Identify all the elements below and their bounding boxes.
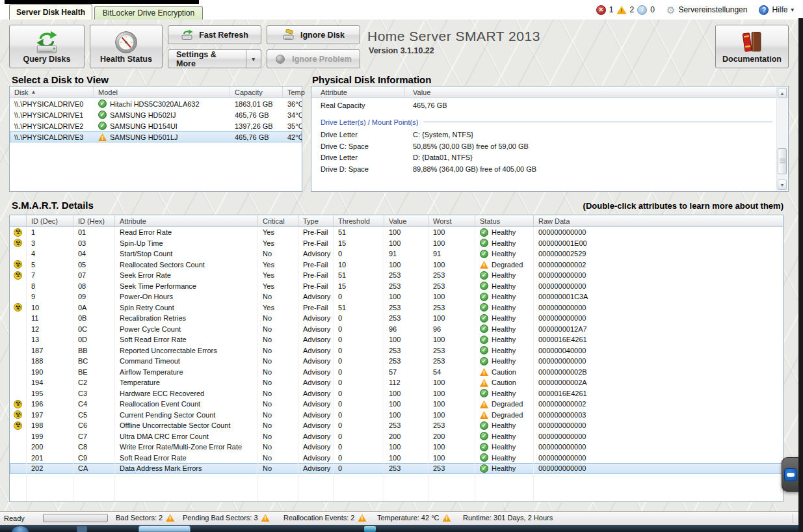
column-header-capacity[interactable]: Capacity (230, 86, 283, 98)
disk-row[interactable]: \\.\PHYSICALDRIVE3 SAMSUNG HD501LJ 465,7… (10, 131, 302, 142)
smart-attribute-row[interactable]: 8 08 Seek Time Performance Yes Pre-Fail … (10, 281, 783, 292)
disk-health-icon (98, 111, 107, 119)
column-header-id-dec[interactable]: ID (Dec) (27, 215, 73, 226)
error-status-icon[interactable] (596, 5, 606, 15)
app-window: 1 2 0 Servereinstellungen Hilfe Server D… (0, 0, 803, 532)
smart-value: 100 (389, 411, 401, 419)
info-status-icon[interactable] (637, 5, 647, 15)
smart-attribute-row[interactable]: 11 0B Recalibration Retries No Advisory … (10, 313, 783, 324)
teamviewer-sidebar-tab[interactable] (782, 457, 799, 492)
taskbar-app-icon[interactable] (364, 526, 376, 532)
info-value: 89,88% (364,00 GB) free of 405,00 GB (405, 165, 536, 173)
column-header-id-hex[interactable]: ID (Hex) (73, 215, 115, 226)
settings-more-button[interactable]: Settings & More (168, 49, 261, 68)
smart-value: 100 (389, 390, 401, 397)
smart-attribute-row[interactable]: 188 BC Command Timeout No Advisory 0 253… (10, 356, 783, 367)
smart-attribute-row[interactable]: 9 09 Power-On Hours No Advisory 0 100 10… (10, 291, 783, 302)
status-bar: Ready Bad Sectors: 2 Pending Bad Sectors… (0, 511, 803, 525)
smart-attribute-row[interactable]: 200 C8 Write Error Rate/Multi-Zone Error… (10, 442, 783, 453)
smart-attribute-row[interactable]: 202 CA Data Address Mark Errors No Advis… (10, 463, 783, 474)
column-header-value[interactable]: Value (405, 86, 788, 98)
column-header-value[interactable]: Value (384, 215, 428, 226)
taskbar-active-button[interactable] (138, 525, 191, 532)
column-header-attribute[interactable]: Attribute (115, 215, 258, 226)
column-header-status[interactable]: Status (475, 215, 534, 226)
smart-id-hex: BB (78, 347, 88, 354)
disk-row[interactable]: \\.\PHYSICALDRIVE0 Hitachi HDS5C3020ALA6… (10, 98, 302, 109)
smart-type: Pre-Fail (303, 271, 328, 279)
smart-attribute-row[interactable]: 190 BE Airflow Temperature No Advisory 0… (10, 367, 783, 378)
help-dropdown-caret[interactable] (791, 7, 794, 13)
physical-disk-info-panel: Attribute Value Real Capacity 465,76 GB … (311, 86, 789, 192)
smart-attribute-row[interactable]: 195 C3 Hardware ECC Recovered No Advisor… (10, 388, 783, 399)
disk-row[interactable]: \\.\PHYSICALDRIVE1 SAMSUNG HD502IJ 465,7… (10, 109, 302, 120)
fast-refresh-button[interactable]: Fast Refresh (168, 25, 261, 44)
column-header-type[interactable]: Type (298, 215, 334, 226)
smart-attribute-row[interactable]: 12 0C Power Cycle Count No Advisory 0 96… (10, 324, 783, 335)
smart-type: Advisory (303, 454, 330, 462)
taskbar-pinned-icon[interactable] (77, 526, 87, 532)
smart-attribute-row[interactable]: 13 0D Soft Read Error Rate No Advisory 0… (10, 334, 783, 345)
scroll-up-arrow-icon[interactable] (778, 88, 787, 98)
smart-status-text: Degraded (492, 261, 523, 269)
scrollbar-track[interactable] (777, 99, 787, 179)
smart-threshold: 0 (338, 347, 342, 354)
scrollbar-thumb[interactable] (778, 148, 787, 174)
smart-id-dec: 13 (31, 336, 39, 343)
smart-critical: No (263, 421, 272, 429)
smart-attribute-row[interactable]: 197 C5 Current Pending Sector Count No A… (10, 410, 783, 421)
column-header-disk[interactable]: Disk (10, 86, 94, 98)
smart-attribute-row[interactable]: 1 01 Read Error Rate Yes Pre-Fail 51 100… (10, 227, 783, 238)
smart-attribute-row[interactable]: 198 C6 Offline Uncorrectable Sector Coun… (10, 420, 783, 431)
smart-threshold: 0 (338, 336, 342, 343)
settings-more-dropdown[interactable] (246, 50, 261, 68)
disk-temperature: 36°C (287, 100, 302, 108)
column-header-attribute[interactable]: Attribute (311, 86, 405, 98)
smart-attribute-row[interactable]: 194 C2 Temperature No Advisory 0 112 100… (10, 377, 783, 388)
smart-attribute-row[interactable]: 201 C9 Soft Read Error Rate No Advisory … (10, 453, 783, 464)
scroll-down-arrow-icon[interactable] (778, 180, 787, 190)
warning-status-icon[interactable] (617, 6, 627, 14)
smart-status-icon (480, 400, 488, 408)
start-orb-icon[interactable] (12, 526, 29, 532)
documentation-button[interactable]: Documentation (715, 25, 789, 68)
column-header-temp[interactable]: Temp (283, 86, 305, 98)
smart-threshold: 15 (338, 239, 346, 247)
column-header-worst[interactable]: Worst (428, 215, 475, 226)
smart-id-dec: 8 (31, 282, 35, 290)
smart-type: Advisory (303, 443, 330, 451)
smart-attribute-row[interactable]: 187 BB Reported Uncorrectable Errors No … (10, 345, 783, 356)
smart-type: Pre-Fail (303, 261, 328, 269)
query-disks-button[interactable]: Query Disks (9, 25, 85, 68)
smart-status-text: Healthy (492, 454, 516, 462)
tab-server-disk-health[interactable]: Server Disk Health (9, 4, 92, 20)
smart-status-icon (480, 293, 488, 301)
column-header-threshold[interactable]: Threshold (334, 215, 384, 226)
smart-attribute-name: Reallocated Sectors Count (120, 261, 205, 269)
smart-attribute-row[interactable]: 5 05 Reallocated Sectors Count Yes Pre-F… (10, 259, 783, 271)
smart-attribute-row[interactable]: 10 0A Spin Retry Count Yes Pre-Fail 51 2… (10, 302, 783, 313)
radiation-critical-icon (14, 260, 22, 269)
help-menu[interactable]: Hilfe (772, 5, 787, 14)
info-panel-body: Real Capacity 465,76 GB Drive Letter(s) … (311, 98, 788, 175)
health-status-button[interactable]: Health Status (90, 25, 163, 68)
info-row: Real Capacity 465,76 GB (311, 100, 788, 111)
tab-bitlocker-drive-encryption[interactable]: BitLocker Drive Encryption (94, 6, 203, 20)
smart-attribute-row[interactable]: 3 03 Spin-Up Time Yes Pre-Fail 15 100 10… (10, 238, 783, 249)
info-panel-scrollbar[interactable] (776, 87, 787, 191)
smart-attribute-row[interactable]: 196 C4 Reallocation Event Count No Advis… (10, 399, 783, 410)
disk-row[interactable]: \\.\PHYSICALDRIVE2 SAMSUNG HD154UI 1397,… (10, 120, 302, 131)
smart-attribute-row[interactable]: 4 04 Start/Stop Count No Advisory 0 91 9… (10, 248, 783, 259)
column-header-critical[interactable]: Critical (258, 215, 298, 226)
smart-attribute-row[interactable]: 7 07 Seek Error Rate Yes Pre-Fail 51 253… (10, 270, 783, 281)
column-header-model[interactable]: Model (94, 86, 230, 98)
column-header-icon[interactable] (10, 215, 27, 226)
smart-threshold: 0 (338, 400, 342, 408)
server-settings-menu[interactable]: Servereinstellungen (678, 5, 747, 14)
smart-status-icon (480, 250, 488, 258)
ignore-disk-button[interactable]: Ignore Disk (267, 25, 360, 44)
smart-value: 253 (389, 357, 401, 365)
column-header-raw-data[interactable]: Raw Data (534, 215, 783, 226)
smart-attribute-row[interactable]: 199 C7 Ultra DMA CRC Error Count No Advi… (10, 431, 783, 442)
ignore-problem-button: Ignore Problem (267, 49, 360, 68)
